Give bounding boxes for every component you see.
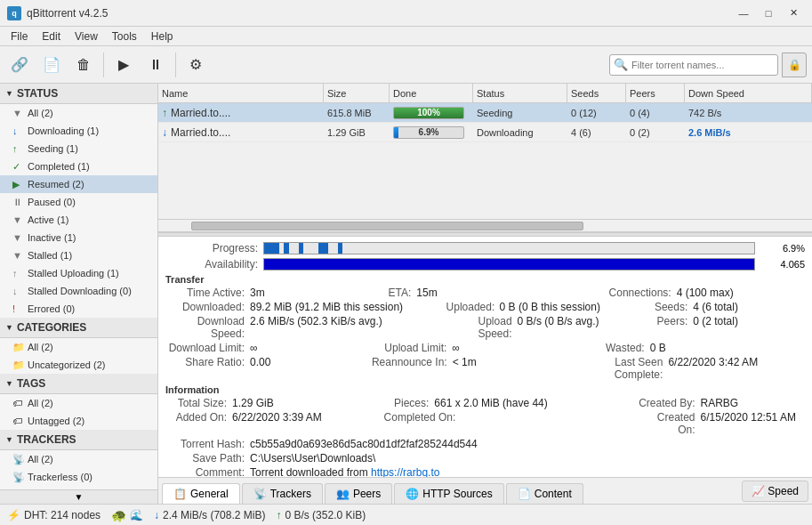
comment-row: Comment: Torrent downloaded from https:/… <box>165 466 805 477</box>
sidebar-item-trackerless[interactable]: 📡 Trackerless (0) <box>0 468 157 486</box>
menu-help[interactable]: Help <box>144 28 181 44</box>
tab-content[interactable]: 📄 Content <box>506 483 583 504</box>
paused-icon: ⏸ <box>12 197 23 207</box>
menu-file[interactable]: File <box>4 28 35 44</box>
sidebar-label-untagged: Untagged (2) <box>28 416 150 426</box>
col-status: Status <box>473 84 567 102</box>
share-ratio-value: 0.00 <box>250 356 361 381</box>
sidebar-scroll-down[interactable]: ▼ <box>0 489 157 504</box>
add-torrent-link-button[interactable]: 🔗 <box>5 51 34 79</box>
sidebar-item-tag-all[interactable]: 🏷 All (2) <box>0 394 157 412</box>
progress-detail: 6.9% <box>263 242 805 254</box>
eta-value: 15m <box>416 287 589 299</box>
status-bar: ⚡ DHT: 214 nodes 🐢 🌊 ↓ 2.4 MiB/s (708.2 … <box>0 504 812 525</box>
toolbar-separator-2 <box>175 52 176 77</box>
lock-button[interactable]: 🔒 <box>782 52 807 77</box>
sidebar-item-tracker-all[interactable]: 📡 All (2) <box>0 450 157 468</box>
tab-general[interactable]: 📋 General <box>162 483 240 504</box>
sidebar-item-completed[interactable]: ✓ Completed (1) <box>0 158 157 175</box>
comment-link[interactable]: https://rarbg.to <box>371 466 439 477</box>
torrent-size-2: 1.29 GiB <box>324 123 390 141</box>
sidebar-item-stalled-downloading[interactable]: ↓ Stalled Downloading (0) <box>0 282 157 300</box>
sidebar-item-stalled-uploading[interactable]: ↑ Stalled Uploading (1) <box>0 264 157 282</box>
status-section-header[interactable]: ▼ STATUS <box>0 84 157 104</box>
added-on-value: 6/22/2020 3:39 AM <box>232 411 374 436</box>
download-speed: Download Speed: 2.6 MiB/s (502.3 KiB/s a… <box>165 315 439 340</box>
categories-arrow: ▼ <box>5 323 13 332</box>
transfer-row-2: Downloaded: 89.2 MiB (91.2 MiB this sess… <box>165 301 805 313</box>
tab-trackers[interactable]: 📡 Trackers <box>242 483 323 504</box>
save-path-label: Save Path: <box>165 452 250 464</box>
ul-limit-label: Upload Limit: <box>381 342 452 354</box>
speed-button[interactable]: 📈 Speed <box>742 481 808 502</box>
peers-value: 0 (2 total) <box>693 315 805 340</box>
torrent-scroll-track[interactable] <box>158 219 812 231</box>
tags-arrow: ▼ <box>5 379 13 388</box>
col-size: Size <box>324 84 390 102</box>
http-sources-icon: 🌐 <box>406 488 419 500</box>
sidebar-item-paused[interactable]: ⏸ Paused (0) <box>0 193 157 211</box>
categories-section-label: CATEGORIES <box>17 321 86 334</box>
pause-button[interactable]: ⏸ <box>141 51 170 79</box>
peers-icon: 👥 <box>336 488 350 500</box>
torrent-row[interactable]: ↑ Married.to.... 615.8 MiB 100% Seeding … <box>158 103 812 123</box>
torrent-name-1: ↑ Married.to.... <box>158 103 324 122</box>
hash-label: Torrent Hash: <box>165 438 250 450</box>
inactive-icon: ▼ <box>12 232 23 243</box>
sidebar-item-active[interactable]: ▼ Active (1) <box>0 211 157 229</box>
seeds-value: 4 (6 total) <box>693 301 805 313</box>
torrent-row[interactable]: ↓ Married.to.... 1.29 GiB 6.9% Downloadi… <box>158 123 812 142</box>
connections-label: Connections: <box>597 287 677 299</box>
options-button[interactable]: ⚙ <box>181 51 210 79</box>
search-input[interactable] <box>631 60 774 70</box>
ul-limit-value: ∞ <box>452 342 589 354</box>
sidebar-item-untagged[interactable]: 🏷 Untagged (2) <box>0 412 157 430</box>
reannounce: Reannounce In: < 1m <box>368 356 564 381</box>
upload-arrow-1: ↑ <box>162 107 167 119</box>
sidebar-item-all[interactable]: ▼ All (2) <box>0 104 157 122</box>
pieces: Pieces: 661 x 2.0 MiB (have 44) <box>381 397 631 409</box>
transfer-row-3: Download Speed: 2.6 MiB/s (502.3 KiB/s a… <box>165 315 805 340</box>
completed-icon: ✓ <box>12 161 23 173</box>
menu-view[interactable]: View <box>68 28 105 44</box>
sidebar-item-stalled[interactable]: ▼ Stalled (1) <box>0 246 157 264</box>
torrent-list-area: Name Size Done Status Seeds Peers Down S… <box>158 84 812 232</box>
sidebar-item-cat-all[interactable]: 📁 All (2) <box>0 338 157 356</box>
dl-speed-status: ↓ 2.4 MiB/s (708.2 MiB) <box>154 509 265 521</box>
tab-general-label: General <box>190 488 229 500</box>
tags-section-header[interactable]: ▼ TAGS <box>0 374 157 394</box>
tab-http-sources[interactable]: 🌐 HTTP Sources <box>394 483 503 504</box>
stalled-up-icon: ↑ <box>12 268 23 279</box>
sidebar-item-inactive[interactable]: ▼ Inactive (1) <box>0 229 157 246</box>
sidebar-item-downloading[interactable]: ↓ Downloading (1) <box>0 122 157 140</box>
share-ratio: Share Ratio: 0.00 <box>165 356 361 381</box>
trackerless-icon: 📡 <box>12 472 23 483</box>
dl-limit-label: Download Limit: <box>165 342 250 354</box>
sidebar-label-completed: Completed (1) <box>28 161 150 172</box>
categories-section-header[interactable]: ▼ CATEGORIES <box>0 318 157 338</box>
sidebar-item-errored[interactable]: ! Errored (0) <box>0 300 157 318</box>
torrent-scroll-thumb[interactable] <box>191 222 583 230</box>
added-on: Added On: 6/22/2020 3:39 AM <box>165 411 374 436</box>
torrent-list: ↑ Married.to.... 615.8 MiB 100% Seeding … <box>158 103 812 219</box>
trackers-section-header[interactable]: ▼ TRACKERS <box>0 430 157 450</box>
sidebar-label-cat-all: All (2) <box>28 342 150 352</box>
added-on-label: Added On: <box>165 411 232 436</box>
close-button[interactable]: ✕ <box>782 4 805 22</box>
sidebar-label-errored: Errored (0) <box>28 303 150 314</box>
minimize-button[interactable]: — <box>732 4 755 22</box>
tab-peers[interactable]: 👥 Peers <box>325 483 392 504</box>
sidebar-item-uncategorized[interactable]: 📁 Uncategorized (2) <box>0 356 157 374</box>
sidebar-item-resumed[interactable]: ▶ Resumed (2) <box>0 175 157 193</box>
sidebar-item-seeding[interactable]: ↑ Seeding (1) <box>0 140 157 158</box>
add-torrent-file-button[interactable]: 📄 <box>37 51 66 79</box>
menu-edit[interactable]: Edit <box>35 28 68 44</box>
dl-arrow-icon: ↓ <box>154 509 159 521</box>
remove-torrent-button[interactable]: 🗑 <box>69 51 98 79</box>
maximize-button[interactable]: □ <box>757 4 780 22</box>
all-icon: ▼ <box>12 108 23 118</box>
dl-limit: Download Limit: ∞ <box>165 342 374 354</box>
resume-button[interactable]: ▶ <box>109 51 138 79</box>
sidebar-label-stalled-uploading: Stalled Uploading (1) <box>28 268 150 279</box>
menu-tools[interactable]: Tools <box>105 28 144 44</box>
